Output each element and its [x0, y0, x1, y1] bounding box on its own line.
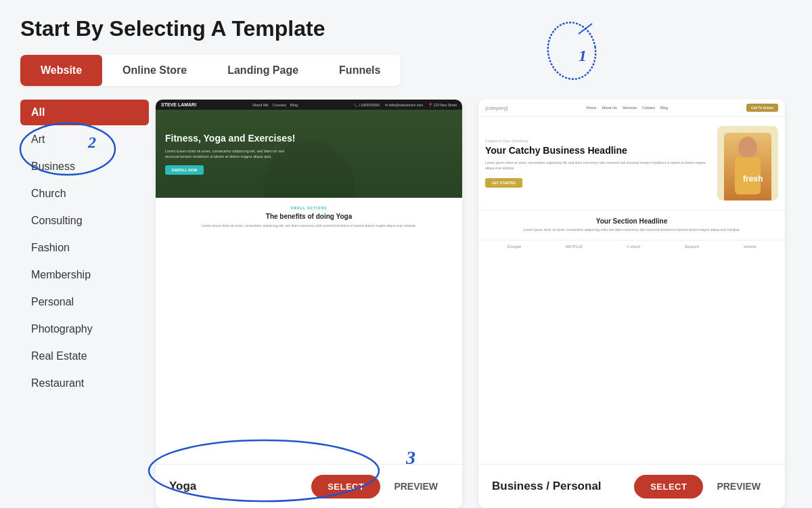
biz-logo: {company} — [485, 106, 508, 110]
biz-nav-links: Home About Us Services Contact Blog — [587, 106, 668, 110]
tab-funnels[interactable]: Funnels — [319, 55, 401, 86]
sidebar-item-real-estate[interactable]: Real Estate — [20, 343, 149, 369]
business-select-button[interactable]: SELECT — [634, 475, 703, 499]
yoga-benefits-section: SMALL ACTIONS The benefits of doing Yoga… — [156, 198, 462, 236]
biz-logo-airbnb: airbnb — [744, 245, 756, 249]
biz-cta-button[interactable]: Call To Action — [746, 104, 778, 112]
tab-online-store[interactable]: Online Store — [102, 55, 207, 86]
sidebar-item-church[interactable]: Church — [20, 181, 149, 207]
yoga-template-name: Yoga — [169, 480, 196, 493]
yoga-section-text: Lorem ipsum dolor sit amet, consectetur … — [165, 223, 453, 228]
page-title: Start By Selecting A Template — [20, 16, 792, 41]
person-svg: fresh — [724, 133, 771, 200]
sidebar-item-restaurant[interactable]: Restaurant — [20, 371, 149, 396]
biz-hero-content: A tagline to Open Something Your Catchy … — [485, 139, 710, 188]
yoga-nav-contact: 📞 +1800000000 ✉ hello@sitedomain.com 📍 1… — [354, 103, 457, 107]
biz-logo-netflix: NETFLIX — [566, 245, 583, 249]
biz-logo-google: Google — [508, 245, 522, 249]
tab-website[interactable]: Website — [20, 55, 102, 86]
biz-section-title: Your Section Headline — [485, 217, 778, 225]
template-preview-business: {company} Home About Us Services Contact… — [478, 100, 785, 464]
business-card-footer: Business / Personal SELECT PREVIEW — [478, 464, 785, 508]
sidebar-item-photography[interactable]: Photography — [20, 316, 149, 342]
biz-section-text: Lorem ipsum dolor sit amet, consectetur … — [485, 228, 778, 233]
yoga-actions: SELECT PREVIEW — [311, 474, 449, 499]
biz-hero-tag: A tagline to Open Something — [485, 139, 710, 143]
biz-logo-spacex: SpaceX — [685, 245, 700, 249]
template-preview-yoga: STEVE LAMARI About Me Courses Blog 📞 +18… — [156, 100, 462, 464]
biz-section-headline: Your Section Headline Lorem ipsum dolor … — [478, 210, 785, 240]
template-card-business: {company} Home About Us Services Contact… — [478, 100, 785, 508]
yoga-preview-button[interactable]: PREVIEW — [383, 474, 449, 499]
page-wrapper: Start By Selecting A Template Website On… — [0, 0, 812, 508]
yoga-nav-author: STEVE LAMARI — [161, 102, 196, 107]
biz-hero-image: fresh — [717, 126, 778, 200]
business-actions: SELECT PREVIEW — [634, 474, 771, 499]
sidebar: All Art Business Church Consulting Fashi… — [20, 100, 149, 508]
biz-logo-slack: # slack — [627, 245, 640, 249]
biz-get-started-button[interactable]: GET STARTED — [485, 178, 522, 188]
yoga-nav-links: About Me Courses Blog — [252, 103, 298, 107]
sidebar-item-personal[interactable]: Personal — [20, 289, 149, 315]
yoga-card-footer: Yoga SELECT PREVIEW — [156, 464, 462, 508]
svg-point-0 — [738, 137, 757, 158]
sidebar-item-all[interactable]: All — [20, 100, 149, 125]
yoga-section-title: The benefits of doing Yoga — [165, 213, 453, 220]
sidebar-item-business[interactable]: Business — [20, 154, 149, 179]
sidebar-item-fashion[interactable]: Fashion — [20, 235, 149, 261]
biz-nav: {company} Home About Us Services Contact… — [478, 100, 785, 117]
template-card-yoga: STEVE LAMARI About Me Courses Blog 📞 +18… — [156, 100, 462, 508]
yoga-hero-text: Lorem ipsum dolor sit amet, consectetur … — [165, 148, 287, 160]
business-template-name: Business / Personal — [492, 480, 602, 493]
tabs-row: Website Online Store Landing Page Funnel… — [20, 55, 401, 86]
sidebar-item-art[interactable]: Art — [20, 127, 149, 152]
biz-logos-row: Google NETFLIX # slack SpaceX airbnb — [478, 240, 785, 253]
biz-hero-text: Lorem ipsum dolor sit amet, consectetur … — [485, 160, 710, 171]
tab-landing-page[interactable]: Landing Page — [207, 55, 319, 86]
yoga-hero-title: Fitness, Yoga and Exercises! — [165, 133, 453, 144]
yoga-enroll-button[interactable]: ENROLL NOW — [165, 165, 204, 175]
yoga-select-button[interactable]: SELECT — [311, 475, 380, 499]
sidebar-item-membership[interactable]: Membership — [20, 262, 149, 288]
content-area: All Art Business Church Consulting Fashi… — [20, 100, 792, 508]
biz-hero: A tagline to Open Something Your Catchy … — [478, 117, 785, 210]
biz-person-illustration: fresh — [724, 133, 771, 200]
business-preview-button[interactable]: PREVIEW — [706, 474, 771, 499]
yoga-section-tag: SMALL ACTIONS — [165, 206, 453, 210]
sidebar-item-consulting[interactable]: Consulting — [20, 208, 149, 234]
templates-grid: STEVE LAMARI About Me Courses Blog 📞 +18… — [149, 100, 792, 508]
yoga-hero: Fitness, Yoga and Exercises! Lorem ipsum… — [156, 110, 462, 198]
biz-hero-title: Your Catchy Business Headline — [485, 146, 710, 156]
svg-text:fresh: fresh — [743, 174, 763, 184]
